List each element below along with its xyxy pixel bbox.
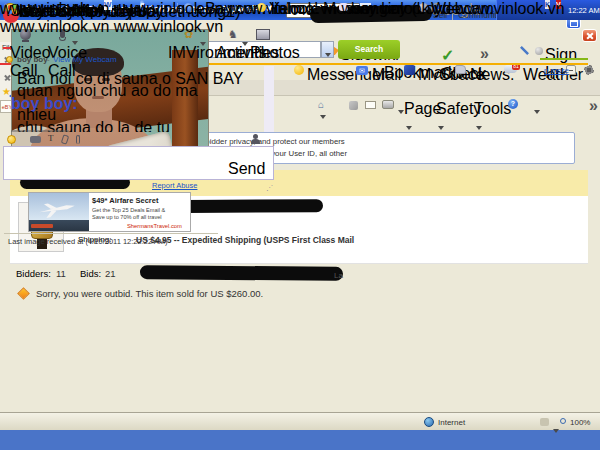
chat-history[interactable]: Ban noi co di sauna o SAN BAY quan nguoi… xyxy=(3,66,264,132)
window-resize-grip[interactable]: ⋰ xyxy=(266,184,273,192)
ad-airplane-image xyxy=(29,193,89,231)
bids-label: Bids: xyxy=(80,268,101,279)
windows-flag-icon xyxy=(8,5,17,15)
photos-button[interactable]: Photos xyxy=(252,28,276,52)
webcam-status-text: Last image received at (4/10/2011 12:22:… xyxy=(8,237,168,246)
ad-line2: Save up to 70% off all travel xyxy=(92,214,162,220)
gear-icon[interactable] xyxy=(584,65,594,75)
close-button[interactable] xyxy=(582,29,597,42)
rss-icon[interactable] xyxy=(349,101,358,110)
send-button[interactable]: Send xyxy=(228,160,268,177)
protected-mode-icon[interactable] xyxy=(540,418,549,426)
print-button[interactable] xyxy=(382,100,394,109)
help-button[interactable]: ? xyxy=(508,99,518,109)
mail-icon: ✉ xyxy=(356,66,368,75)
imvironments-button[interactable]: ✿ IMVironments xyxy=(168,28,214,52)
photos-label: Photos xyxy=(250,44,278,62)
account-icon xyxy=(535,47,543,55)
truncated-label-fragment: La xyxy=(334,271,343,280)
airplane-icon xyxy=(36,198,78,221)
menu-help[interactable]: Help xyxy=(122,2,155,20)
scroll-up-button[interactable] xyxy=(588,113,600,125)
outbid-message: Sorry, you were outbid. This item sold f… xyxy=(36,288,263,299)
tray-clock[interactable]: 12:22 AM xyxy=(568,6,600,15)
voice-call-button[interactable]: Voice Call xyxy=(48,28,82,52)
activities-knight-icon: ♞ xyxy=(228,28,238,41)
photos-icon xyxy=(256,29,270,40)
clipped-message-fragment xyxy=(11,130,69,132)
bidders-value: 11 xyxy=(56,268,66,279)
ad-brand: ShermansTravel.com xyxy=(127,223,182,229)
page-scrollbar[interactable] xyxy=(588,113,600,412)
ie-icon xyxy=(184,3,193,12)
home-button[interactable]: ⌂ xyxy=(318,99,326,121)
censored-bid-info xyxy=(140,265,343,281)
webcam-status-divider xyxy=(4,233,218,234)
webcam-icon xyxy=(20,29,31,40)
report-abuse-link[interactable]: Report Abuse xyxy=(152,181,197,190)
toolbar-overflow-chevron[interactable]: » xyxy=(480,45,489,63)
bids-value: 21 xyxy=(105,268,116,279)
bidders-label: Bidders: xyxy=(16,268,51,279)
contact-name: boy boy xyxy=(17,55,48,64)
wrench-icon[interactable] xyxy=(520,46,529,55)
activities-label: Activities xyxy=(216,44,252,62)
ad-image-caption xyxy=(31,224,53,228)
imvironments-label: IMVironments xyxy=(168,44,214,62)
globe-icon xyxy=(424,417,434,427)
quicklaunch-divider xyxy=(177,3,178,17)
webcam-icon xyxy=(419,3,428,12)
news-icon xyxy=(455,65,466,74)
zoom-level[interactable]: 100% xyxy=(570,418,590,427)
chat-scroll-up[interactable] xyxy=(264,66,274,76)
check-icon: ✓ xyxy=(441,47,454,64)
message-input[interactable] xyxy=(5,148,205,178)
tray-v-icon[interactable]: V xyxy=(556,0,561,9)
chat-scroll-down[interactable] xyxy=(264,122,274,132)
desktop: e eBay.com Item Bid History - Windows In… xyxy=(0,0,600,450)
emoticon-icon[interactable] xyxy=(7,135,16,144)
security-zone-label: Internet xyxy=(438,418,465,427)
ie-status-bar: Internet 100% xyxy=(0,412,600,430)
chat-scrollbar[interactable] xyxy=(264,66,274,132)
read-mail-icon[interactable] xyxy=(365,101,376,109)
chat-bubble-icon xyxy=(339,3,348,11)
shipping-value: US $4.95 -- Expedited Shipping (USPS Fir… xyxy=(136,235,354,245)
contact-avatar-icon[interactable] xyxy=(250,134,260,144)
imv-bubble-icon[interactable] xyxy=(30,136,41,143)
scroll-down-button[interactable] xyxy=(588,400,600,412)
attach-icon[interactable] xyxy=(76,135,80,144)
start-label: start xyxy=(22,3,53,21)
green-divider xyxy=(540,58,588,60)
ad-banner[interactable]: $49* Airfare Secret Get the Top 25 Deals… xyxy=(28,192,191,232)
quicklaunch-word-icon[interactable]: W xyxy=(104,0,112,10)
ad-headline: $49* Airfare Secret xyxy=(92,196,158,205)
activities-button[interactable]: ♞ Activities xyxy=(216,28,252,52)
status-dot xyxy=(6,56,13,63)
tray-k-icon[interactable]: K xyxy=(545,0,550,9)
myspace-icon xyxy=(404,65,415,75)
learn-more-link-fragment[interactable]: n more xyxy=(544,66,569,75)
scroll-thumb[interactable] xyxy=(588,127,600,179)
status-separator: - xyxy=(47,55,50,64)
imvironments-icon: ✿ xyxy=(184,28,193,41)
outbid-icon xyxy=(17,287,30,300)
microphone-stand xyxy=(59,37,66,41)
compose-area: Send xyxy=(3,146,274,180)
search-dropdown-button[interactable] xyxy=(321,41,334,58)
chat-scroll-thumb[interactable] xyxy=(264,104,274,120)
system-tray: K V 12:22 AM xyxy=(496,0,600,20)
smiley-icon xyxy=(257,3,266,12)
webcam-base xyxy=(22,40,29,42)
font-format-icon[interactable]: T xyxy=(48,133,54,143)
ebay-search-button[interactable]: Search xyxy=(338,40,400,59)
messenger-smiley-icon xyxy=(294,65,304,75)
ad-line1: Get the Top 25 Deals Email & xyxy=(92,207,165,213)
zoom-magnifier-icon xyxy=(560,418,566,424)
tools-menu-button[interactable]: Tools xyxy=(474,100,511,136)
quicklaunch-ie-icon[interactable]: e xyxy=(140,0,144,10)
view-webcam-link[interactable]: View My Webcam xyxy=(53,55,117,64)
video-call-button[interactable]: Video Call xyxy=(10,28,44,52)
